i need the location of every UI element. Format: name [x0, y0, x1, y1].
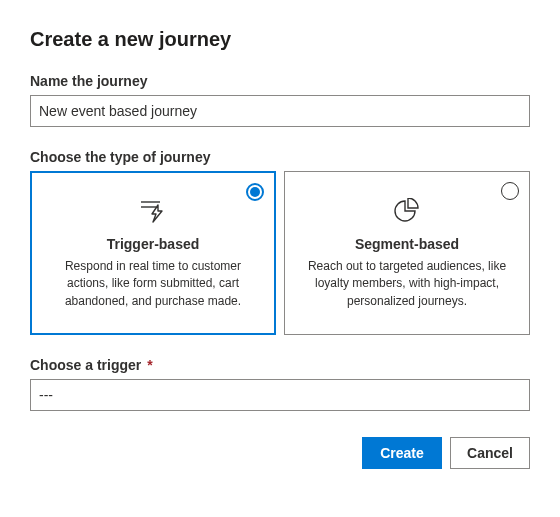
trigger-label: Choose a trigger * — [30, 357, 530, 373]
name-label: Name the journey — [30, 73, 530, 89]
trigger-section: Choose a trigger * — [30, 357, 530, 411]
card-trigger-based[interactable]: Trigger-based Respond in real time to cu… — [30, 171, 276, 335]
create-button[interactable]: Create — [362, 437, 442, 469]
type-section: Choose the type of journey Trigger-based… — [30, 149, 530, 335]
name-section: Name the journey — [30, 73, 530, 127]
journey-name-input[interactable] — [30, 95, 530, 127]
radio-segment-based[interactable] — [501, 182, 519, 200]
card-title-segment: Segment-based — [299, 236, 515, 252]
radio-trigger-based[interactable] — [246, 183, 264, 201]
card-segment-based[interactable]: Segment-based Reach out to targeted audi… — [284, 171, 530, 335]
cancel-button[interactable]: Cancel — [450, 437, 530, 469]
type-label: Choose the type of journey — [30, 149, 530, 165]
card-desc-segment: Reach out to targeted audiences, like lo… — [299, 258, 515, 310]
card-title-trigger: Trigger-based — [45, 236, 261, 252]
required-asterisk: * — [147, 357, 152, 373]
action-bar: Create Cancel — [30, 437, 530, 469]
type-cards: Trigger-based Respond in real time to cu… — [30, 171, 530, 335]
pie-chart-icon — [299, 196, 515, 226]
card-desc-trigger: Respond in real time to customer actions… — [45, 258, 261, 310]
trigger-label-text: Choose a trigger — [30, 357, 141, 373]
lightning-icon — [45, 196, 261, 226]
page-title: Create a new journey — [30, 28, 530, 51]
trigger-select[interactable] — [30, 379, 530, 411]
